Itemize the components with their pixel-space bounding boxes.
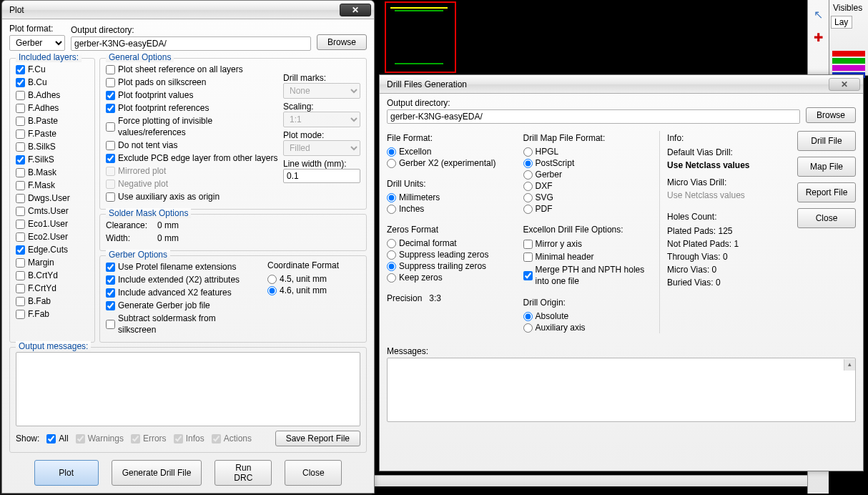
radio-input[interactable]	[387, 239, 396, 248]
plot-format-select[interactable]: Gerber	[9, 35, 65, 51]
checkbox-row: Merge PTH and NPTH holes into one file	[523, 263, 647, 288]
checkbox-input[interactable]	[106, 154, 115, 163]
radio-input[interactable]	[387, 147, 396, 157]
checkbox-input[interactable]	[106, 65, 115, 74]
checkbox-input[interactable]	[523, 271, 533, 280]
layers-tab[interactable]: Lay	[831, 16, 852, 29]
drill-messages-box[interactable]: ▴	[387, 358, 856, 422]
checkbox-input[interactable]	[16, 194, 25, 203]
checkbox-input[interactable]	[16, 155, 25, 165]
checkbox-input[interactable]	[16, 91, 25, 100]
radio-input[interactable]	[523, 182, 533, 191]
cursor-tool-icon[interactable]: ↖	[810, 6, 827, 23]
checkbox-input[interactable]	[16, 104, 25, 113]
scroll-up-icon[interactable]: ▴	[844, 359, 855, 371]
checkbox-input[interactable]	[16, 181, 25, 190]
option-label: F.SilkS	[28, 154, 54, 165]
checkbox-input[interactable]	[106, 275, 115, 285]
checkbox-input[interactable]	[106, 78, 115, 87]
checkbox-input[interactable]	[16, 310, 25, 319]
show-infos-checkbox[interactable]	[174, 434, 183, 443]
checkbox-input[interactable]	[106, 288, 115, 298]
radio-input[interactable]	[387, 250, 396, 260]
checkbox-input[interactable]	[106, 122, 115, 132]
radio-input[interactable]	[523, 312, 533, 321]
checkbox-input[interactable]	[106, 91, 115, 100]
checkbox-input[interactable]	[16, 168, 25, 177]
grid-icon[interactable]: ✚	[810, 29, 827, 46]
checkbox-input[interactable]	[16, 297, 25, 306]
radio-input[interactable]	[267, 286, 277, 295]
generate-drill-button[interactable]: Generate Drill File	[112, 460, 202, 486]
radio-input[interactable]	[387, 205, 396, 214]
save-report-button[interactable]: Save Report File	[275, 431, 360, 446]
file-format-label: File Format:	[387, 133, 511, 143]
close-icon[interactable]: ✕	[340, 4, 371, 16]
plot-mode-select[interactable]: Filled	[283, 140, 360, 156]
radio-input[interactable]	[523, 193, 533, 202]
checkbox-input[interactable]	[523, 240, 533, 249]
checkbox-input[interactable]	[106, 301, 115, 310]
checkbox-row: F.CrtYd	[16, 282, 89, 295]
plot-titlebar[interactable]: Plot ✕	[2, 1, 374, 19]
checkbox-input[interactable]	[106, 263, 115, 272]
checkbox-input[interactable]	[16, 65, 25, 74]
radio-input[interactable]	[523, 205, 533, 214]
radio-input[interactable]	[267, 275, 277, 284]
radio-input[interactable]	[523, 170, 533, 180]
show-actions-checkbox[interactable]	[212, 434, 221, 443]
radio-input[interactable]	[523, 159, 533, 168]
checkbox-input[interactable]	[16, 142, 25, 152]
checkbox-input[interactable]	[106, 167, 115, 176]
checkbox-input[interactable]	[106, 192, 115, 202]
option-label: PostScript	[536, 158, 575, 168]
checkbox-row: Edge.Cuts	[16, 243, 89, 256]
radio-input[interactable]	[523, 147, 533, 157]
scaling-select[interactable]: 1:1	[283, 112, 360, 127]
radio-input[interactable]	[523, 323, 533, 333]
drill-marks-select[interactable]: None	[283, 83, 360, 99]
checkbox-input[interactable]	[16, 245, 25, 255]
show-warnings-checkbox[interactable]	[76, 434, 85, 443]
checkbox-input[interactable]	[16, 258, 25, 268]
output-messages-box[interactable]	[16, 352, 360, 426]
default-vias-value: Use Netclass values	[667, 159, 784, 172]
checkbox-input[interactable]	[16, 232, 25, 242]
radio-input[interactable]	[387, 262, 396, 271]
radio-input[interactable]	[387, 193, 396, 202]
drill-file-button[interactable]: Drill File	[797, 131, 856, 151]
browse-button[interactable]: Browse	[317, 34, 367, 50]
run-drc-button[interactable]: Run DRC	[214, 460, 272, 486]
report-file-button[interactable]: Report File	[797, 182, 856, 202]
radio-row: Inches	[387, 203, 511, 215]
checkbox-input[interactable]	[106, 104, 115, 113]
radio-input[interactable]	[387, 273, 396, 283]
canvas-scrollbar[interactable]	[372, 475, 808, 486]
checkbox-input[interactable]	[16, 284, 25, 293]
radio-row: Auxiliary axis	[523, 322, 647, 333]
drill-titlebar[interactable]: Drill Files Generation ✕	[380, 75, 863, 94]
checkbox-input[interactable]	[16, 78, 25, 87]
checkbox-input[interactable]	[16, 207, 25, 216]
drill-browse-button[interactable]: Browse	[806, 107, 856, 123]
checkbox-row: Plot footprint values	[106, 89, 280, 102]
checkbox-input[interactable]	[16, 271, 25, 280]
close-icon[interactable]: ✕	[829, 78, 860, 91]
close-button[interactable]: Close	[285, 460, 342, 486]
show-all-checkbox[interactable]	[46, 434, 56, 443]
drill-close-button[interactable]: Close	[797, 208, 856, 228]
plot-button[interactable]: Plot	[34, 460, 99, 486]
line-width-input[interactable]	[283, 169, 360, 183]
show-errors-checkbox[interactable]	[131, 434, 140, 443]
checkbox-input[interactable]	[16, 117, 25, 126]
checkbox-input[interactable]	[106, 320, 115, 329]
radio-input[interactable]	[387, 159, 396, 168]
output-dir-input[interactable]	[71, 36, 311, 51]
checkbox-input[interactable]	[16, 220, 25, 229]
checkbox-input[interactable]	[106, 180, 115, 189]
map-file-button[interactable]: Map File	[797, 157, 856, 177]
checkbox-input[interactable]	[523, 253, 533, 262]
drill-output-dir-input[interactable]	[387, 109, 800, 124]
checkbox-input[interactable]	[16, 129, 25, 139]
checkbox-input[interactable]	[106, 141, 115, 150]
